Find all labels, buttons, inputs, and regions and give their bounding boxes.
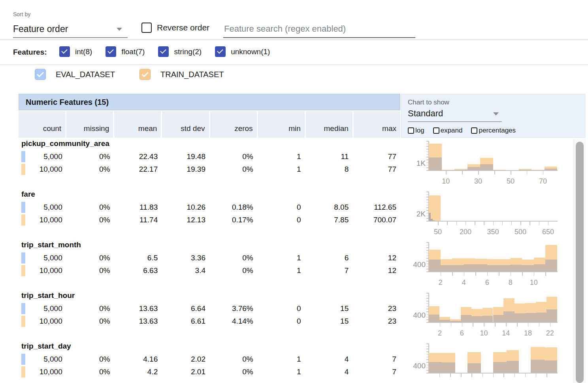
- stat-value: 3.4: [162, 264, 209, 277]
- x-axis-tick: [506, 323, 507, 326]
- histogram-bar-eval_dataset: [441, 265, 452, 271]
- y-axis-tick: [426, 247, 429, 248]
- stat-value: 0%: [66, 214, 114, 226]
- vertical-scrollbar-thumb[interactable]: [576, 142, 584, 383]
- stat-value: 8.05: [305, 201, 353, 214]
- feature-search-input[interactable]: [223, 21, 415, 38]
- histogram-bar-eval_dataset: [534, 264, 546, 272]
- x-axis-tick: [466, 222, 466, 225]
- histogram-bar-eval_dataset: [442, 362, 455, 373]
- histogram-trip_start_month: 400246810: [401, 240, 575, 290]
- sort-order-dropdown[interactable]: Feature order: [13, 22, 128, 38]
- feature-type-filter-string[interactable]: string(2): [158, 46, 202, 57]
- stat-value: 7.85: [305, 214, 353, 226]
- histogram-bar-eval_dataset: [545, 360, 558, 373]
- chart-type-dropdown[interactable]: Standard: [408, 108, 502, 122]
- feature-type-filter-unknown[interactable]: unknown(1): [215, 46, 270, 57]
- histogram-bar-eval_dataset: [499, 265, 511, 271]
- stat-value: 0%: [209, 150, 257, 163]
- stat-value: 11.74: [114, 214, 162, 226]
- stat-row-train_dataset: 10,0000%6.633.40%1712: [19, 264, 400, 277]
- x-axis-tick: [520, 222, 521, 225]
- reverse-order-label: Reverse order: [157, 23, 209, 32]
- x-axis-tick: [475, 222, 475, 225]
- column-header-min: min: [258, 111, 305, 138]
- histogram-bar-eval_dataset: [525, 313, 536, 322]
- x-axis-tick-label: 10: [442, 177, 450, 186]
- feature-rows: pickup_community_area5,0000%22.4319.480%…: [19, 138, 400, 383]
- x-axis-tick: [528, 323, 529, 326]
- stat-row-train_dataset: 10,0000%4.22.010%147: [19, 366, 400, 378]
- checkbox-unchecked-icon[interactable]: [471, 127, 477, 134]
- dataset-toggle-eval_dataset[interactable]: EVAL_DATASET: [35, 69, 115, 80]
- stat-row-eval_dataset: 5,0000%6.53.360%1612: [19, 252, 400, 264]
- stat-value: 22.43: [114, 150, 162, 163]
- x-axis-tick: [545, 272, 546, 276]
- x-axis-tick-label: 6: [460, 329, 464, 337]
- stat-value: 10,000: [19, 163, 66, 176]
- reverse-order-checkbox[interactable]: [141, 23, 152, 33]
- feature-type-filter-int[interactable]: int(8): [59, 46, 92, 57]
- x-axis-tick-label: 50: [434, 228, 442, 236]
- stat-value: 1: [257, 264, 305, 277]
- stat-value: 10,000: [19, 315, 66, 328]
- y-axis-tick: [426, 192, 429, 192]
- divider: [0, 40, 588, 40]
- histogram-bar-eval_dataset: [471, 316, 482, 322]
- checkbox-unchecked-icon[interactable]: [408, 127, 414, 134]
- stat-value: 0: [257, 201, 305, 214]
- stat-value: 10,000: [19, 214, 66, 226]
- x-axis-tick-label: 500: [514, 228, 526, 236]
- x-axis-tick: [484, 222, 484, 225]
- chart-option-percentages[interactable]: percentages: [471, 127, 516, 135]
- stat-value: 4: [305, 353, 353, 366]
- stat-value: 5,000: [19, 353, 66, 366]
- x-axis-tick: [547, 374, 547, 377]
- histogram-bar-eval_dataset: [507, 361, 519, 373]
- x-axis-tick: [438, 222, 439, 225]
- chart-option-log[interactable]: log: [408, 127, 424, 135]
- checkbox-checked-icon[interactable]: [106, 46, 116, 57]
- checkbox-checked-icon[interactable]: [139, 69, 151, 80]
- x-axis-tick: [461, 374, 462, 377]
- x-axis: [428, 170, 558, 171]
- y-axis-tick: [426, 141, 429, 142]
- checkmark-icon: [37, 70, 44, 78]
- x-axis-tick: [464, 272, 465, 276]
- stat-value: 3.76%: [209, 302, 257, 315]
- column-header-count: count: [19, 111, 65, 138]
- x-axis-tick: [503, 374, 504, 377]
- x-axis-tick-label: 200: [460, 228, 471, 236]
- checkbox-checked-icon[interactable]: [158, 46, 169, 57]
- x-axis-tick: [534, 272, 535, 276]
- column-header-zeros: zeros: [210, 111, 257, 138]
- histogram-bar-eval_dataset: [464, 264, 476, 271]
- histogram-plot: 2610141822: [429, 293, 557, 322]
- checkbox-checked-icon[interactable]: [59, 46, 70, 57]
- dropdown-underline: [13, 37, 128, 38]
- feature-type-label: string(2): [174, 47, 202, 56]
- stat-value: 0%: [209, 163, 257, 176]
- dataset-color-swatch: [21, 252, 25, 264]
- histogram-bar-eval_dataset: [467, 363, 481, 373]
- x-axis-tick: [440, 323, 441, 326]
- dataset-toggle-train_dataset[interactable]: TRAIN_DATASET: [139, 69, 224, 80]
- stat-value: 1: [257, 353, 305, 366]
- histogram-bar-eval_dataset: [503, 311, 514, 322]
- checkbox-checked-icon[interactable]: [35, 69, 46, 80]
- stat-value: 77: [352, 150, 400, 163]
- checkbox-unchecked-icon[interactable]: [433, 127, 439, 134]
- stat-value: 12: [352, 252, 400, 264]
- feature-name: trip_start_hour: [21, 291, 75, 300]
- numeric-features-title: Numeric Features (15): [26, 98, 109, 107]
- chart-option-expand[interactable]: expand: [433, 127, 463, 135]
- stat-value: 10,000: [19, 366, 66, 378]
- stat-value: 0%: [209, 252, 257, 264]
- stat-value: 0%: [66, 366, 114, 378]
- feature-name: pickup_community_area: [21, 139, 109, 148]
- stat-value: 0%: [66, 264, 114, 277]
- x-axis-tick: [539, 323, 540, 326]
- feature-type-filter-float[interactable]: float(7): [106, 46, 145, 57]
- checkbox-checked-icon[interactable]: [215, 46, 226, 57]
- sort-by-label: Sort by: [13, 11, 30, 17]
